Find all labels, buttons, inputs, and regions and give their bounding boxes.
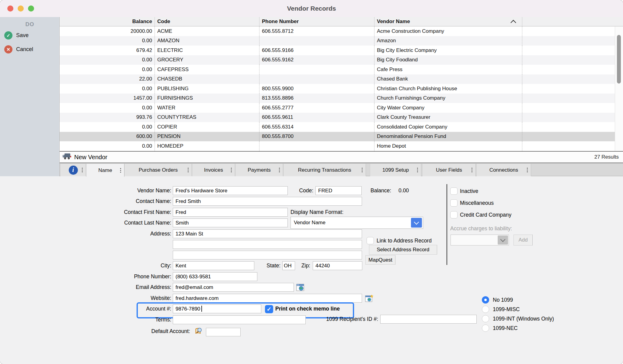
column-header-empty[interactable] (522, 17, 623, 26)
radio-1099-int[interactable] (482, 315, 489, 322)
cell-phone (259, 74, 374, 84)
miscellaneous-checkbox[interactable] (450, 199, 458, 207)
print-memo-checkbox[interactable]: ✓ (265, 305, 273, 313)
tab-invoices[interactable]: Invoices (192, 164, 235, 177)
tab-drag-handle-icon[interactable] (188, 168, 189, 169)
tab-payments[interactable]: Payments (235, 164, 283, 177)
column-header-balance[interactable]: Balance (60, 17, 155, 26)
code-input[interactable] (315, 186, 362, 195)
terms-input[interactable] (173, 315, 306, 324)
state-input[interactable] (282, 261, 295, 270)
table-row[interactable]: 679.42 ELECTRIC 606.555.9166 Big City El… (60, 46, 623, 55)
cell-vendor-name: Clark County Treasurer (374, 113, 522, 122)
display-name-format-select[interactable]: Vendor Name (291, 217, 423, 229)
tab-drag-handle-icon[interactable] (527, 168, 528, 169)
cell-code: AMAZON (155, 36, 259, 46)
cell-vendor-name: Big City Electric Company (374, 46, 522, 55)
recipient-id-input[interactable] (380, 315, 477, 324)
select-address-record-button[interactable]: Select Address Record (369, 245, 437, 255)
credit-card-company-checkbox[interactable] (450, 211, 458, 218)
contact-last-name-label: Contact Last Name: (95, 218, 171, 227)
cancel-button[interactable]: ✕ Cancel (4, 45, 33, 53)
tab-purchase-orders[interactable]: Purchase Orders (124, 164, 192, 177)
default-account-input[interactable] (206, 328, 241, 336)
table-row[interactable]: 0.00 WATER 606.555.2777 City Water Compa… (60, 103, 623, 113)
browser-globe-star-icon[interactable] (365, 294, 374, 304)
column-header-vendor-name[interactable]: Vendor Name (374, 17, 522, 26)
cell-code: PENSION (155, 132, 259, 142)
radio-1099-int-label: 1099-INT (Windows Only) (493, 314, 554, 323)
tab-info[interactable]: i (60, 164, 86, 177)
address-label: Address: (95, 229, 171, 238)
address-line3-input[interactable] (173, 251, 362, 259)
table-row[interactable]: 0.00 AMAZON Amazon (60, 36, 623, 46)
save-button[interactable]: ✓ Save (4, 31, 29, 39)
column-header-code[interactable]: Code (155, 17, 259, 26)
scrollbar-thumb[interactable] (617, 35, 621, 84)
cell-vendor-name: Denominational Pension Fund (374, 132, 522, 142)
website-input[interactable] (173, 294, 362, 303)
tab-name[interactable]: Name (86, 164, 124, 177)
accrue-liability-select[interactable] (451, 235, 509, 246)
cell-balance: 0.00 (60, 36, 155, 46)
tab-drag-handle-icon[interactable] (472, 168, 472, 169)
zip-input[interactable] (313, 261, 362, 270)
mapquest-button[interactable]: MapQuest (365, 255, 395, 265)
radio-no-1099[interactable] (482, 296, 489, 304)
table-row[interactable]: 0.00 GROCERY 606.555.9162 Big City Foodl… (60, 55, 623, 65)
contact-last-name-input[interactable] (173, 218, 288, 227)
tab-drag-handle-icon[interactable] (82, 168, 83, 169)
contact-name-input[interactable] (173, 197, 362, 206)
table-row[interactable]: 0.00 CAFEPRESS Cafe Press (60, 65, 623, 74)
cell-phone: 800.555.8700 (259, 132, 374, 142)
add-liability-button[interactable]: Add (513, 235, 533, 246)
radio-no-1099-label: No 1099 (493, 296, 513, 304)
radio-1099-nec[interactable] (482, 325, 489, 332)
address-line2-input[interactable] (173, 240, 362, 249)
column-header-phone[interactable]: Phone Number (259, 17, 374, 26)
tab-user-fields[interactable]: User Fields (422, 164, 476, 177)
browser-globe-icon[interactable] (296, 283, 304, 293)
phone-number-input[interactable] (173, 272, 257, 281)
credit-card-company-label: Credit Card Company (460, 211, 511, 219)
table-row[interactable]: 0.00 COPIER 606.555.6314 Consolidated Co… (60, 122, 623, 132)
tab-connections[interactable]: Connections (476, 164, 531, 177)
inactive-checkbox[interactable] (450, 187, 458, 195)
table-row[interactable]: 993.76 COUNTYTREAS 606.555.9611 Clark Co… (60, 113, 623, 122)
tab-1099-setup[interactable]: 1099 Setup (370, 164, 421, 177)
tab-label: Invoices (204, 167, 223, 173)
tab-drag-handle-icon[interactable] (120, 168, 121, 169)
tab-label: Purchase Orders (139, 167, 178, 173)
link-address-record-checkbox[interactable] (367, 237, 374, 244)
chevron-down-icon[interactable] (411, 218, 422, 228)
address-line1-input[interactable] (173, 229, 362, 238)
tab-drag-handle-icon[interactable] (362, 168, 363, 169)
display-name-format-label: Display Name Format: (291, 208, 343, 217)
tab-drag-handle-icon[interactable] (231, 168, 232, 169)
tab-drag-handle-icon[interactable] (279, 168, 280, 169)
table-scrollbar[interactable] (615, 26, 623, 151)
state-label: State: (252, 261, 280, 270)
save-button-label: Save (16, 32, 29, 39)
contact-first-name-input[interactable] (173, 208, 288, 217)
table-row[interactable]: 0.00 PUBLISHING 800.555.9900 Christian C… (60, 84, 623, 94)
account-number-input[interactable] (173, 304, 261, 313)
info-icon: i (69, 166, 78, 175)
city-input[interactable] (173, 261, 254, 270)
tab-label: Connections (489, 167, 518, 173)
cell-code: FURNISHINGS (155, 94, 259, 103)
tab-drag-handle-icon[interactable] (417, 168, 418, 169)
book-search-icon[interactable] (194, 326, 204, 337)
cell-vendor-name: City Water Company (374, 103, 522, 113)
table-row[interactable]: 1457.00 FURNISHINGS 813.555.8896 Church … (60, 94, 623, 103)
tab-recurring-transactions[interactable]: Recurring Transactions (283, 164, 366, 177)
table-row[interactable]: 22.00 CHASEDB Chased Bank (60, 74, 623, 84)
text-caret (201, 306, 202, 312)
vendor-name-input[interactable] (173, 186, 288, 195)
table-row[interactable]: 20000.00 ACME 606.555.8712 Acme Construc… (60, 26, 623, 36)
radio-1099-misc[interactable] (482, 306, 489, 313)
recipient-id-label: 1099 Recipient's ID #: (304, 315, 378, 324)
email-address-input[interactable] (173, 283, 294, 292)
table-row-selected[interactable]: 600.00 PENSION 800.555.8700 Denomination… (60, 132, 623, 142)
table-row[interactable]: 0.00 HOMEDEP Home Depot (60, 141, 623, 151)
